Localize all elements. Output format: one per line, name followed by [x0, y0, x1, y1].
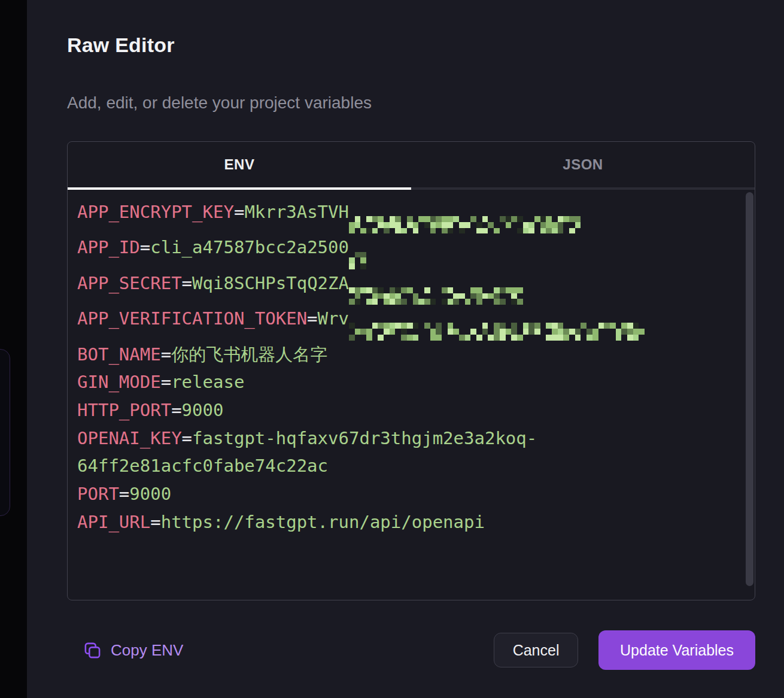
env-value: 9000 [129, 484, 171, 504]
env-equals: = [150, 512, 160, 532]
raw-editor-modal: Raw Editor Add, edit, or delete your pro… [27, 0, 784, 698]
env-value: Mkrr3AsTVH [244, 202, 349, 222]
env-key: APP_SECRET [77, 273, 182, 293]
env-equals: = [182, 273, 192, 293]
env-line: API_URL=https://fastgpt.run/api/openapi [77, 508, 713, 536]
env-equals: = [140, 237, 150, 257]
env-key: PORT [77, 484, 119, 504]
env-line: BOT_NAME=你的飞书机器人名字 [77, 341, 713, 369]
env-line: APP_ENCRYPT_KEY=Mkrr3AsTVH [77, 198, 713, 233]
env-value: 你的飞书机器人名字 [171, 344, 327, 365]
env-line: GIN_MODE=release [77, 368, 713, 396]
copy-icon [83, 641, 102, 660]
service-card-outline [0, 349, 10, 516]
env-value: cli_a47587bcc2a2500 [150, 237, 349, 257]
cancel-button[interactable]: Cancel [494, 633, 578, 667]
background-canvas [0, 0, 27, 698]
env-line: OPENAI_KEY=fastgpt-hqfaxv67dr3thgjm2e3a2… [77, 424, 713, 480]
env-key: API_URL [77, 512, 150, 532]
env-value: Wqi8SCHPsTqQ2ZA [192, 273, 349, 293]
copy-env-button[interactable]: Copy ENV [83, 641, 183, 660]
env-key: HTTP_PORT [77, 400, 171, 420]
env-equals: = [161, 344, 171, 365]
env-equals: = [307, 308, 317, 329]
editor-tabbar: ENV JSON [68, 142, 755, 190]
env-line: APP_ID=cli_a47587bcc2a2500 [77, 233, 713, 269]
env-value: Wrv [318, 308, 349, 329]
tab-env-label: ENV [224, 156, 255, 173]
page-title: Raw Editor [67, 33, 754, 57]
modal-footer: Copy ENV Cancel Update Variables [67, 630, 755, 670]
modal-subtitle: Add, edit, or delete your project variab… [67, 93, 754, 113]
env-key: GIN_MODE [77, 372, 161, 392]
env-key: APP_ID [77, 237, 140, 257]
env-key: APP_ENCRYPT_KEY [77, 202, 234, 222]
copy-env-label: Copy ENV [111, 641, 183, 660]
env-equals: = [182, 428, 192, 448]
tab-env[interactable]: ENV [68, 142, 411, 187]
env-equals: = [234, 202, 244, 222]
redacted-pixels [349, 252, 366, 269]
env-editor-content[interactable]: APP_ENCRYPT_KEY=Mkrr3AsTVHAPP_ID=cli_a47… [68, 190, 755, 599]
env-value: https://fastgpt.run/api/openapi [161, 512, 485, 532]
redacted-pixels [349, 287, 523, 305]
scrollbar-thumb[interactable] [746, 192, 753, 586]
env-equals: = [119, 484, 129, 504]
env-line: HTTP_PORT=9000 [77, 396, 713, 424]
env-value: 9000 [182, 400, 224, 420]
redacted-pixels [349, 323, 645, 340]
env-equals: = [161, 372, 171, 392]
action-buttons: Cancel Update Variables [494, 630, 755, 670]
env-key: APP_VERIFICATION_TOKEN [77, 308, 307, 329]
env-key: OPENAI_KEY [77, 428, 182, 448]
tab-json-label: JSON [563, 156, 603, 173]
variables-editor: ENV JSON APP_ENCRYPT_KEY=Mkrr3AsTVHAPP_I… [67, 141, 755, 600]
env-key: BOT_NAME [77, 344, 161, 365]
env-line: PORT=9000 [77, 480, 713, 508]
env-line: APP_VERIFICATION_TOKEN=Wrv [77, 305, 713, 340]
env-line: APP_SECRET=Wqi8SCHPsTqQ2ZA [77, 269, 713, 305]
env-equals: = [171, 400, 181, 420]
tab-json[interactable]: JSON [411, 142, 755, 187]
update-variables-button[interactable]: Update Variables [598, 630, 755, 670]
env-value: release [171, 372, 244, 392]
redacted-pixels [349, 216, 581, 233]
